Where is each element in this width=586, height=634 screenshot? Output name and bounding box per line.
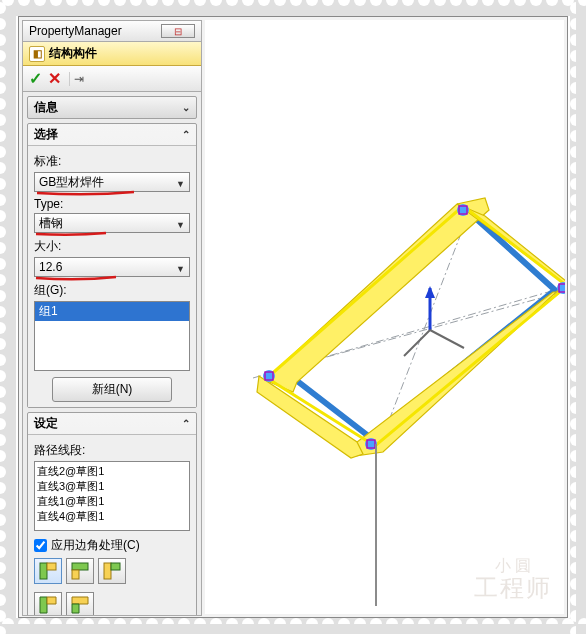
corner-miter-icon [38,561,58,581]
corner-type-5-button[interactable] [66,592,94,616]
svg-rect-14 [72,563,88,570]
select-title: 选择 [34,126,58,143]
standard-label: 标准: [34,153,190,170]
watermark-line2: 工程师 [474,576,552,600]
corner-treatment-buttons [34,558,190,616]
svg-marker-25 [265,198,489,392]
svg-marker-20 [72,597,88,604]
app-frame: PropertyManager ⊟ ◧ 结构构件 ✓ ✕ ⇥ 信息 ⌄ 选择 ⌃ [18,16,568,618]
watermark-line1: 小 圓 [474,558,552,574]
cancel-button[interactable]: ✕ [48,69,61,88]
apply-corner-label: 应用边角处理(C) [51,537,140,554]
weldment-icon: ◧ [29,46,45,62]
info-section: 信息 ⌄ [27,96,197,119]
corner-butt2-icon [102,561,122,581]
select-header[interactable]: 选择 ⌃ [28,124,196,145]
corner-butt1-icon [70,561,90,581]
corner-mix2-icon [70,595,90,615]
info-header[interactable]: 信息 ⌄ [28,97,196,118]
new-group-button[interactable]: 新组(N) [52,377,172,402]
size-label: 大小: [34,238,190,255]
standard-value: GB型材焊件 [39,175,104,189]
pm-pin-button[interactable]: ⊟ [161,24,195,38]
settings-header[interactable]: 设定 ⌃ [28,413,196,434]
svg-rect-10 [0,0,16,634]
svg-rect-9 [0,618,586,634]
model-drawing [205,20,565,616]
chevron-up-icon: ⌃ [182,418,190,429]
svg-rect-16 [104,563,111,579]
size-value: 12.6 [39,260,62,274]
svg-rect-6 [0,0,16,634]
svg-rect-11 [570,0,586,634]
pushpin-icon: ⊟ [174,26,182,37]
svg-line-40 [404,330,430,356]
path-row[interactable]: 直线3@草图1 [37,479,187,494]
property-manager-panel: PropertyManager ⊟ ◧ 结构构件 ✓ ✕ ⇥ 信息 ⌄ 选择 ⌃ [22,20,202,616]
model-viewport[interactable]: 小 圓 工程师 [205,20,564,614]
settings-section: 设定 ⌃ 路径线段: 直线2@草图1 直线3@草图1 直线1@草图1 直线4@草… [27,412,197,616]
apply-corner-checkbox[interactable]: 应用边角处理(C) [34,537,190,554]
type-label: Type: [34,197,190,211]
svg-marker-18 [40,597,47,613]
svg-rect-5 [0,618,586,634]
select-section: 选择 ⌃ 标准: GB型材焊件 Type: 槽钢 大小: 12.6 组(G): … [27,123,197,408]
confirm-bar: ✓ ✕ ⇥ [23,66,201,92]
type-value: 槽钢 [39,216,63,230]
corner-type-3-button[interactable] [98,558,126,584]
svg-rect-7 [570,0,586,634]
apply-corner-input[interactable] [34,539,47,552]
detailed-preview-button[interactable]: ⇥ [69,72,84,86]
svg-rect-13 [47,563,56,570]
feature-title-bar: ◧ 结构构件 [23,42,201,66]
ok-button[interactable]: ✓ [29,69,42,88]
chevron-up-icon: ⌃ [182,129,190,140]
underline-annotation [34,233,190,236]
watermark: 小 圓 工程师 [474,558,552,600]
group-item[interactable]: 组1 [35,302,189,321]
underline-annotation [34,277,190,280]
svg-rect-12 [40,563,47,579]
chevron-down-icon: ⌄ [182,102,190,113]
corner-type-4-button[interactable] [34,592,62,616]
underline-annotation [34,192,190,195]
svg-marker-21 [72,604,79,613]
path-list[interactable]: 直线2@草图1 直线3@草图1 直线1@草图1 直线4@草图1 [34,461,190,531]
settings-title: 设定 [34,415,58,432]
svg-line-39 [430,330,464,348]
svg-rect-15 [72,570,79,579]
svg-rect-17 [111,563,120,570]
svg-rect-8 [0,0,586,16]
corner-type-1-button[interactable] [34,558,62,584]
feature-title-text: 结构构件 [49,45,97,62]
corner-type-2-button[interactable] [66,558,94,584]
svg-marker-27 [355,284,565,456]
path-row[interactable]: 直线2@草图1 [37,464,187,479]
svg-rect-4 [0,0,586,16]
path-row[interactable]: 直线1@草图1 [37,494,187,509]
svg-marker-38 [425,286,435,298]
path-label: 路径线段: [34,442,190,459]
info-title: 信息 [34,99,58,116]
corner-mix1-icon [38,595,58,615]
group-list[interactable]: 组1 [34,301,190,371]
svg-marker-19 [47,597,56,604]
pm-title-bar: PropertyManager ⊟ [23,21,201,42]
group-label: 组(G): [34,282,190,299]
pm-title-text: PropertyManager [29,24,122,38]
path-row[interactable]: 直线4@草图1 [37,509,187,524]
